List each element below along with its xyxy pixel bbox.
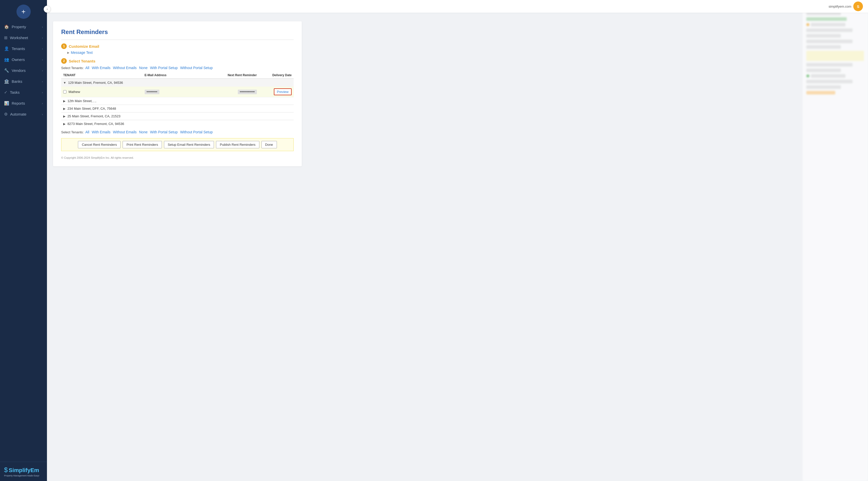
address-expand-icon-5[interactable]: ▶ <box>63 122 65 126</box>
action-bar: Cancel Rent Reminders Print Rent Reminde… <box>61 138 293 151</box>
sidebar: ‹ + 🏠 Property › ⊞ Worksheet › 👤 Tenants… <box>0 0 47 481</box>
sidebar-item-owners[interactable]: 👥 Owners › <box>0 54 47 65</box>
sidebar-item-worksheet[interactable]: ⊞ Worksheet › <box>0 32 47 43</box>
address-row-2: ▶ 12th Main Street, , , <box>61 97 293 105</box>
right-panel-line-8 <box>806 45 841 49</box>
select-without-emails-link-bottom[interactable]: Without Emails <box>113 130 136 134</box>
right-panel-line-5 <box>806 28 852 32</box>
sidebar-item-label: Tasks <box>10 90 20 94</box>
step1-title: Customize Email <box>69 44 99 49</box>
address-collapse-icon[interactable]: ▼ <box>63 81 66 85</box>
message-text-row: ▶ Message Text <box>67 51 293 55</box>
footer-text: © Copyright 2006-2024 SimplifyEm Inc. Al… <box>61 156 293 159</box>
tenants-icon: 👤 <box>4 46 9 51</box>
sidebar-item-tasks[interactable]: ✓ Tasks › <box>0 87 47 98</box>
right-panel-dot-green <box>806 74 809 78</box>
select-none-link[interactable]: None <box>139 66 148 70</box>
publish-rent-reminders-button[interactable]: Publish Rent Reminders <box>216 141 259 148</box>
sidebar-item-label: Property <box>12 25 26 29</box>
right-panel-line-3 <box>806 17 847 21</box>
address-expand-icon-4[interactable]: ▶ <box>63 115 65 118</box>
reports-icon: 📊 <box>4 101 9 106</box>
worksheet-icon: ⊞ <box>4 35 7 40</box>
right-panel-line-12 <box>806 80 852 83</box>
step2-header: 2 Select Tenants <box>61 58 293 64</box>
preview-button[interactable]: Preview <box>274 88 291 95</box>
select-without-portal-link-bottom[interactable]: Without Portal Setup <box>180 130 213 134</box>
right-panel-line-9 <box>806 63 852 66</box>
chevron-right-icon: › <box>42 58 43 61</box>
tenant-reminder-blurred: •••••••••••••• <box>238 90 257 94</box>
print-rent-reminders-button[interactable]: Print Rent Reminders <box>123 141 162 148</box>
sidebar-item-label: Owners <box>12 57 25 62</box>
col-delivery-date: Delivery Date <box>259 72 293 79</box>
tenant-reminder-cell: •••••••••••••• <box>208 87 259 97</box>
vendors-icon: 🔧 <box>4 68 9 73</box>
tenant-email-cell: •••••••••• <box>143 87 208 97</box>
right-panel-line-14 <box>806 91 835 94</box>
tenant-checkbox[interactable] <box>63 90 66 93</box>
address-label-1: 129 Main Street, Fremont, CA, 94536 <box>68 81 123 85</box>
address-expand-icon-2[interactable]: ▶ <box>63 99 65 103</box>
sidebar-item-label: Tenants <box>12 47 25 51</box>
user-avatar[interactable]: S <box>853 2 863 11</box>
address-label-2: 12th Main Street, , , <box>67 99 96 103</box>
sidebar-item-automate[interactable]: ⚙ Automate › <box>0 109 47 120</box>
sidebar-item-reports[interactable]: 📊 Reports › <box>0 98 47 109</box>
sidebar-collapse-button[interactable]: ‹ <box>44 6 51 13</box>
setup-email-rent-reminders-button[interactable]: Setup Email Rent Reminders <box>164 141 214 148</box>
chevron-right-icon: › <box>42 113 43 116</box>
select-with-emails-link[interactable]: With Emails <box>92 66 111 70</box>
select-without-emails-link[interactable]: Without Emails <box>113 66 136 70</box>
add-button[interactable]: + <box>17 5 31 19</box>
sidebar-item-label: Banks <box>12 79 22 84</box>
address-row-1: ▼ 129 Main Street, Fremont, CA, 94536 <box>61 79 293 87</box>
chevron-right-icon: › <box>42 80 43 83</box>
home-icon: 🏠 <box>4 24 9 29</box>
select-without-portal-link[interactable]: Without Portal Setup <box>180 66 213 70</box>
logo-text: SimplifyEm <box>9 467 39 473</box>
chevron-right-icon: › <box>42 69 43 72</box>
select-with-emails-link-bottom[interactable]: With Emails <box>92 130 111 134</box>
step1-circle: 1 <box>61 43 67 49</box>
tenant-table: TENANT E-Mail Address Next Rent Reminder… <box>61 72 293 127</box>
right-panel <box>802 0 868 481</box>
message-text-link[interactable]: Message Text <box>71 51 93 55</box>
sidebar-item-label: Automate <box>10 112 26 116</box>
address-expand-icon-3[interactable]: ▶ <box>63 107 65 111</box>
page-card: Rent Reminders 1 Customize Email ▶ Messa… <box>53 21 302 166</box>
logo-dollar-icon: $ <box>4 466 8 474</box>
chevron-right-icon: › <box>42 36 43 39</box>
tenant-preview-cell: Preview <box>259 87 293 97</box>
tasks-icon: ✓ <box>4 90 7 95</box>
select-tenants-label-top: Select Tenants: <box>61 66 84 70</box>
table-row: Mathew •••••••••• •••••••••••••• Preview <box>61 87 293 97</box>
sidebar-item-tenants[interactable]: 👤 Tenants › <box>0 43 47 54</box>
sidebar-item-vendors[interactable]: 🔧 Vendors › <box>0 65 47 76</box>
sidebar-item-label: Worksheet <box>10 35 28 40</box>
address-row-5: ▶ 8273 Main Street, Fremont, CA, 94536 <box>61 120 293 128</box>
tenant-name-cell: Mathew <box>61 87 143 97</box>
step1-header: 1 Customize Email <box>61 43 293 49</box>
chevron-expand-icon: ▶ <box>67 51 69 54</box>
select-tenants-label-bottom: Select Tenants: <box>61 130 84 134</box>
automate-icon: ⚙ <box>4 112 8 117</box>
sidebar-item-property[interactable]: 🏠 Property › <box>0 21 47 32</box>
right-panel-dot-orange <box>806 23 809 26</box>
select-none-link-bottom[interactable]: None <box>139 130 148 134</box>
main-area: simplifyem.com S Rent Reminders 1 Custom… <box>47 0 868 481</box>
select-all-link[interactable]: All <box>85 66 89 70</box>
cancel-rent-reminders-button[interactable]: Cancel Rent Reminders <box>78 141 121 148</box>
select-tenants-top: Select Tenants: All With Emails Without … <box>61 66 293 70</box>
sidebar-item-banks[interactable]: 🏦 Banks › <box>0 76 47 87</box>
right-panel-highlight <box>806 51 864 61</box>
col-email: E-Mail Address <box>143 72 208 79</box>
select-with-portal-link[interactable]: With Portal Setup <box>150 66 178 70</box>
right-panel-line-11 <box>811 74 845 78</box>
select-with-portal-link-bottom[interactable]: With Portal Setup <box>150 130 178 134</box>
select-all-link-bottom[interactable]: All <box>85 130 89 134</box>
user-name: simplifyem.com <box>829 5 851 8</box>
page-title: Rent Reminders <box>61 28 293 35</box>
right-panel-line-6 <box>806 34 841 38</box>
done-button[interactable]: Done <box>261 141 277 148</box>
